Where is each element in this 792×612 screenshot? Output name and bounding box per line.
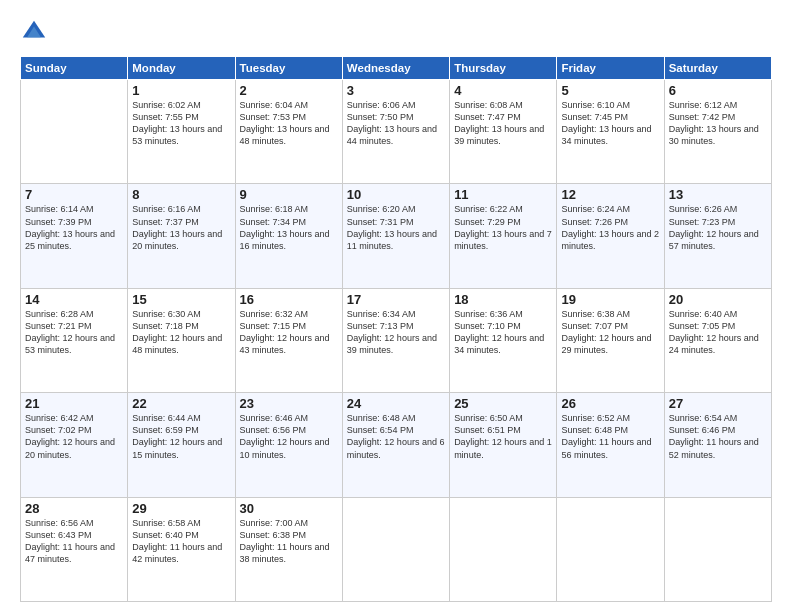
calendar-cell: 13 Sunrise: 6:26 AM Sunset: 7:23 PM Dayl… xyxy=(664,184,771,288)
day-number: 11 xyxy=(454,187,552,202)
day-number: 7 xyxy=(25,187,123,202)
calendar-cell: 9 Sunrise: 6:18 AM Sunset: 7:34 PM Dayli… xyxy=(235,184,342,288)
header xyxy=(20,18,772,46)
day-number: 27 xyxy=(669,396,767,411)
calendar-cell: 25 Sunrise: 6:50 AM Sunset: 6:51 PM Dayl… xyxy=(450,393,557,497)
calendar-cell: 17 Sunrise: 6:34 AM Sunset: 7:13 PM Dayl… xyxy=(342,288,449,392)
day-info: Sunrise: 6:26 AM Sunset: 7:23 PM Dayligh… xyxy=(669,203,767,252)
calendar-cell xyxy=(557,497,664,601)
day-info: Sunrise: 6:02 AM Sunset: 7:55 PM Dayligh… xyxy=(132,99,230,148)
calendar-week-row: 7 Sunrise: 6:14 AM Sunset: 7:39 PM Dayli… xyxy=(21,184,772,288)
day-number: 17 xyxy=(347,292,445,307)
day-number: 24 xyxy=(347,396,445,411)
day-info: Sunrise: 6:20 AM Sunset: 7:31 PM Dayligh… xyxy=(347,203,445,252)
calendar-cell: 1 Sunrise: 6:02 AM Sunset: 7:55 PM Dayli… xyxy=(128,80,235,184)
day-number: 13 xyxy=(669,187,767,202)
day-info: Sunrise: 6:04 AM Sunset: 7:53 PM Dayligh… xyxy=(240,99,338,148)
day-number: 3 xyxy=(347,83,445,98)
day-number: 12 xyxy=(561,187,659,202)
calendar-cell: 27 Sunrise: 6:54 AM Sunset: 6:46 PM Dayl… xyxy=(664,393,771,497)
calendar-cell: 21 Sunrise: 6:42 AM Sunset: 7:02 PM Dayl… xyxy=(21,393,128,497)
day-number: 14 xyxy=(25,292,123,307)
calendar-week-row: 14 Sunrise: 6:28 AM Sunset: 7:21 PM Dayl… xyxy=(21,288,772,392)
day-info: Sunrise: 6:08 AM Sunset: 7:47 PM Dayligh… xyxy=(454,99,552,148)
day-info: Sunrise: 6:42 AM Sunset: 7:02 PM Dayligh… xyxy=(25,412,123,461)
calendar-cell: 22 Sunrise: 6:44 AM Sunset: 6:59 PM Dayl… xyxy=(128,393,235,497)
day-number: 16 xyxy=(240,292,338,307)
calendar-cell: 5 Sunrise: 6:10 AM Sunset: 7:45 PM Dayli… xyxy=(557,80,664,184)
day-header-monday: Monday xyxy=(128,57,235,80)
day-info: Sunrise: 6:30 AM Sunset: 7:18 PM Dayligh… xyxy=(132,308,230,357)
day-number: 1 xyxy=(132,83,230,98)
day-number: 6 xyxy=(669,83,767,98)
day-header-tuesday: Tuesday xyxy=(235,57,342,80)
day-info: Sunrise: 6:10 AM Sunset: 7:45 PM Dayligh… xyxy=(561,99,659,148)
day-number: 19 xyxy=(561,292,659,307)
calendar-cell: 20 Sunrise: 6:40 AM Sunset: 7:05 PM Dayl… xyxy=(664,288,771,392)
day-info: Sunrise: 7:00 AM Sunset: 6:38 PM Dayligh… xyxy=(240,517,338,566)
day-info: Sunrise: 6:24 AM Sunset: 7:26 PM Dayligh… xyxy=(561,203,659,252)
calendar-cell: 11 Sunrise: 6:22 AM Sunset: 7:29 PM Dayl… xyxy=(450,184,557,288)
day-info: Sunrise: 6:38 AM Sunset: 7:07 PM Dayligh… xyxy=(561,308,659,357)
calendar-cell: 16 Sunrise: 6:32 AM Sunset: 7:15 PM Dayl… xyxy=(235,288,342,392)
day-info: Sunrise: 6:18 AM Sunset: 7:34 PM Dayligh… xyxy=(240,203,338,252)
day-info: Sunrise: 6:44 AM Sunset: 6:59 PM Dayligh… xyxy=(132,412,230,461)
day-header-sunday: Sunday xyxy=(21,57,128,80)
day-info: Sunrise: 6:48 AM Sunset: 6:54 PM Dayligh… xyxy=(347,412,445,461)
calendar-cell: 3 Sunrise: 6:06 AM Sunset: 7:50 PM Dayli… xyxy=(342,80,449,184)
day-info: Sunrise: 6:58 AM Sunset: 6:40 PM Dayligh… xyxy=(132,517,230,566)
day-number: 21 xyxy=(25,396,123,411)
calendar-cell xyxy=(664,497,771,601)
day-number: 29 xyxy=(132,501,230,516)
calendar-table: SundayMondayTuesdayWednesdayThursdayFrid… xyxy=(20,56,772,602)
calendar-header-row: SundayMondayTuesdayWednesdayThursdayFrid… xyxy=(21,57,772,80)
day-info: Sunrise: 6:12 AM Sunset: 7:42 PM Dayligh… xyxy=(669,99,767,148)
day-header-friday: Friday xyxy=(557,57,664,80)
day-info: Sunrise: 6:56 AM Sunset: 6:43 PM Dayligh… xyxy=(25,517,123,566)
day-info: Sunrise: 6:14 AM Sunset: 7:39 PM Dayligh… xyxy=(25,203,123,252)
day-number: 10 xyxy=(347,187,445,202)
day-info: Sunrise: 6:52 AM Sunset: 6:48 PM Dayligh… xyxy=(561,412,659,461)
day-number: 23 xyxy=(240,396,338,411)
calendar-cell: 12 Sunrise: 6:24 AM Sunset: 7:26 PM Dayl… xyxy=(557,184,664,288)
day-header-saturday: Saturday xyxy=(664,57,771,80)
logo-icon xyxy=(20,18,48,46)
day-info: Sunrise: 6:54 AM Sunset: 6:46 PM Dayligh… xyxy=(669,412,767,461)
day-info: Sunrise: 6:40 AM Sunset: 7:05 PM Dayligh… xyxy=(669,308,767,357)
calendar-cell: 24 Sunrise: 6:48 AM Sunset: 6:54 PM Dayl… xyxy=(342,393,449,497)
calendar-cell xyxy=(450,497,557,601)
day-number: 18 xyxy=(454,292,552,307)
day-number: 15 xyxy=(132,292,230,307)
day-number: 9 xyxy=(240,187,338,202)
day-number: 25 xyxy=(454,396,552,411)
calendar-cell: 4 Sunrise: 6:08 AM Sunset: 7:47 PM Dayli… xyxy=(450,80,557,184)
calendar-cell: 28 Sunrise: 6:56 AM Sunset: 6:43 PM Dayl… xyxy=(21,497,128,601)
calendar-cell: 18 Sunrise: 6:36 AM Sunset: 7:10 PM Dayl… xyxy=(450,288,557,392)
calendar-cell: 2 Sunrise: 6:04 AM Sunset: 7:53 PM Dayli… xyxy=(235,80,342,184)
calendar-cell: 23 Sunrise: 6:46 AM Sunset: 6:56 PM Dayl… xyxy=(235,393,342,497)
calendar-cell: 29 Sunrise: 6:58 AM Sunset: 6:40 PM Dayl… xyxy=(128,497,235,601)
calendar-cell: 7 Sunrise: 6:14 AM Sunset: 7:39 PM Dayli… xyxy=(21,184,128,288)
day-info: Sunrise: 6:16 AM Sunset: 7:37 PM Dayligh… xyxy=(132,203,230,252)
day-header-thursday: Thursday xyxy=(450,57,557,80)
day-number: 4 xyxy=(454,83,552,98)
day-info: Sunrise: 6:32 AM Sunset: 7:15 PM Dayligh… xyxy=(240,308,338,357)
calendar-cell: 19 Sunrise: 6:38 AM Sunset: 7:07 PM Dayl… xyxy=(557,288,664,392)
calendar-week-row: 28 Sunrise: 6:56 AM Sunset: 6:43 PM Dayl… xyxy=(21,497,772,601)
day-info: Sunrise: 6:46 AM Sunset: 6:56 PM Dayligh… xyxy=(240,412,338,461)
calendar-cell: 10 Sunrise: 6:20 AM Sunset: 7:31 PM Dayl… xyxy=(342,184,449,288)
day-info: Sunrise: 6:50 AM Sunset: 6:51 PM Dayligh… xyxy=(454,412,552,461)
calendar-week-row: 21 Sunrise: 6:42 AM Sunset: 7:02 PM Dayl… xyxy=(21,393,772,497)
day-number: 30 xyxy=(240,501,338,516)
calendar-cell xyxy=(21,80,128,184)
calendar-cell: 6 Sunrise: 6:12 AM Sunset: 7:42 PM Dayli… xyxy=(664,80,771,184)
day-number: 2 xyxy=(240,83,338,98)
calendar-week-row: 1 Sunrise: 6:02 AM Sunset: 7:55 PM Dayli… xyxy=(21,80,772,184)
calendar-cell xyxy=(342,497,449,601)
day-number: 8 xyxy=(132,187,230,202)
day-number: 22 xyxy=(132,396,230,411)
calendar-cell: 26 Sunrise: 6:52 AM Sunset: 6:48 PM Dayl… xyxy=(557,393,664,497)
day-info: Sunrise: 6:28 AM Sunset: 7:21 PM Dayligh… xyxy=(25,308,123,357)
calendar-cell: 15 Sunrise: 6:30 AM Sunset: 7:18 PM Dayl… xyxy=(128,288,235,392)
page: SundayMondayTuesdayWednesdayThursdayFrid… xyxy=(0,0,792,612)
